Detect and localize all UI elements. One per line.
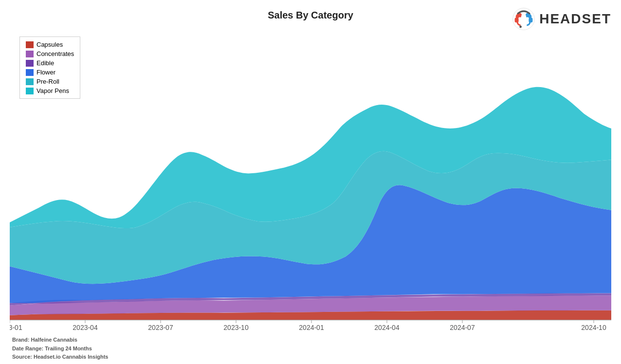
x-label-0: 2023-01 (10, 324, 22, 331)
source-value: Headset.io Cannabis Insights (34, 354, 108, 360)
svg-point-3 (519, 26, 522, 28)
footer-info: Brand: Halfeine Cannabis Date Range: Tra… (12, 336, 108, 362)
headset-logo-icon (512, 7, 535, 31)
chart-area: 2023-01 2023-04 2023-07 2023-10 2024-01 … (10, 32, 611, 335)
svg-rect-1 (515, 18, 519, 23)
x-label-7: 2024-10 (581, 324, 606, 331)
x-label-5: 2024-04 (374, 324, 400, 331)
x-label-2: 2023-07 (148, 324, 173, 331)
x-label-6: 2024-07 (450, 324, 475, 331)
chart-container: Sales By Category HEADSET Capsul (0, 0, 621, 364)
svg-rect-2 (529, 18, 533, 23)
x-label-4: 2024-01 (299, 324, 324, 331)
logo: HEADSET (512, 7, 611, 31)
brand-label: Brand: (12, 337, 29, 343)
brand-value: Halfeine Cannabis (31, 337, 77, 343)
date-value: Trailing 24 Months (45, 346, 92, 351)
x-label-1: 2023-04 (73, 324, 98, 331)
source-label: Source: (12, 354, 32, 360)
footer-source: Source: Headset.io Cannabis Insights (12, 353, 108, 362)
chart-svg: 2023-01 2023-04 2023-07 2023-10 2024-01 … (10, 32, 611, 335)
logo-text: HEADSET (539, 11, 611, 27)
date-label: Date Range: (12, 346, 43, 351)
x-label-3: 2023-10 (223, 324, 249, 331)
footer-date: Date Range: Trailing 24 Months (12, 345, 108, 353)
footer-brand: Brand: Halfeine Cannabis (12, 336, 108, 345)
